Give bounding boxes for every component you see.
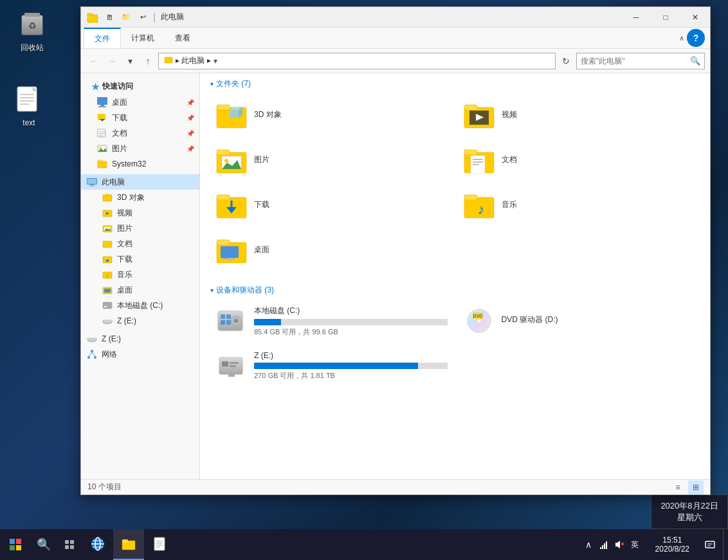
address-path[interactable]: ▸ 此电脑 ▸ ▾ xyxy=(158,53,556,69)
ribbon-controls: ∧ ? xyxy=(679,29,710,47)
svg-rect-91 xyxy=(221,246,239,258)
folder-pictures[interactable]: 图片 xyxy=(210,140,453,179)
folders-section-header[interactable]: ▾ 文件夹 (7) xyxy=(200,73,710,95)
tray-network[interactable] xyxy=(596,537,612,552)
folder-video[interactable]: 视频 xyxy=(458,95,700,134)
folder-3d-objects[interactable]: 3D 对象 xyxy=(210,95,453,134)
drives-section-header[interactable]: ▾ 设备和驱动器 (3) xyxy=(200,280,710,301)
folder-desktop[interactable]: 桌面 xyxy=(210,230,453,269)
tray-chevron[interactable]: ∧ xyxy=(581,537,596,552)
notification-center-button[interactable] xyxy=(697,529,723,560)
svg-rect-114 xyxy=(65,540,69,544)
drive-d[interactable]: DVD DVD 驱动器 (D:) xyxy=(458,301,700,341)
taskbar-search-button[interactable]: 🔍 xyxy=(31,529,57,560)
search-box[interactable]: 🔍 xyxy=(576,53,705,69)
minimize-button[interactable]: ─ xyxy=(621,7,651,28)
maximize-button[interactable]: □ xyxy=(651,7,680,28)
details-view-btn[interactable]: ≡ xyxy=(670,480,686,494)
recent-locations-button[interactable]: ▾ xyxy=(122,53,138,69)
svg-marker-33 xyxy=(104,193,111,195)
sidebar-item-download-quick[interactable]: 下载 📌 xyxy=(81,110,199,125)
drive-c[interactable]: 本地磁盘 (C:) 85.4 GB 可用，共 99.6 GB xyxy=(210,301,453,341)
forward-button[interactable]: → xyxy=(104,53,120,69)
svg-rect-68 xyxy=(469,122,472,125)
drive-c-bar xyxy=(254,319,281,325)
show-desktop-button[interactable] xyxy=(723,529,728,560)
svg-rect-50 xyxy=(103,320,112,322)
large-icons-view-btn[interactable]: ⊞ xyxy=(688,480,704,494)
sidebar-item-docs-quick[interactable]: 文档 📌 xyxy=(81,125,199,141)
svg-rect-110 xyxy=(222,361,228,366)
svg-rect-32 xyxy=(103,195,112,201)
sidebar-item-this-pc[interactable]: 此电脑 xyxy=(81,174,199,190)
tab-file[interactable]: 文件 xyxy=(84,28,121,48)
drive-e[interactable]: Z (E:) 270 GB 可用，共 1.81 TB xyxy=(210,346,453,386)
back-button[interactable]: ← xyxy=(86,53,102,69)
quick-undo-btn[interactable]: ↩ xyxy=(135,10,150,25)
sidebar-item-pics-quick[interactable]: 图片 📌 xyxy=(81,141,199,156)
recycle-bin-icon[interactable]: ♻ 回收站 xyxy=(6,6,58,56)
close-button[interactable]: ✕ xyxy=(680,7,710,28)
task-view-button[interactable] xyxy=(57,529,82,560)
svg-rect-134 xyxy=(606,541,607,549)
folder-documents[interactable]: 文档 xyxy=(458,140,700,179)
up-button[interactable]: ↑ xyxy=(140,53,156,69)
quick-new-folder-btn[interactable]: 📁 xyxy=(118,10,134,25)
sidebar-item-desktop-quick[interactable]: 桌面 📌 xyxy=(81,95,199,110)
svg-point-74 xyxy=(224,159,228,163)
svg-rect-47 xyxy=(103,302,112,309)
svg-rect-69 xyxy=(486,122,489,125)
taskbar-app-ie[interactable] xyxy=(82,529,113,560)
svg-rect-48 xyxy=(104,306,107,307)
svg-rect-67 xyxy=(486,111,489,113)
sidebar-item-local-disk-c[interactable]: 本地磁盘 (C:) xyxy=(81,298,199,313)
sidebar-item-system32[interactable]: System32 xyxy=(81,156,199,172)
sidebar-item-z-e[interactable]: Z (E:) xyxy=(81,313,199,329)
taskbar-app-explorer[interactable] xyxy=(113,529,144,560)
search-input[interactable] xyxy=(581,57,690,66)
svg-rect-66 xyxy=(469,111,472,113)
svg-rect-12 xyxy=(87,14,93,16)
svg-rect-90 xyxy=(217,240,230,245)
svg-rect-52 xyxy=(87,338,96,340)
content-area: ★ 快速访问 桌面 📌 下载 📌 xyxy=(81,73,710,479)
text-file-icon[interactable]: text xyxy=(3,82,55,130)
desktop: ♻ 回收站 text xyxy=(0,0,728,560)
tab-computer[interactable]: 计算机 xyxy=(121,28,165,48)
taskbar-app-notepad[interactable] xyxy=(144,529,175,560)
sidebar-item-network[interactable]: 网络 xyxy=(81,347,199,362)
explorer-window: 🖹 📁 ↩ | 此电脑 ─ □ ✕ 文件 计算机 查看 ∧ ? xyxy=(80,6,711,495)
tray-volume-muted[interactable] xyxy=(612,537,627,552)
ribbon-tabs: 文件 计算机 查看 ∧ ? xyxy=(81,28,710,48)
ribbon: 文件 计算机 查看 ∧ ? xyxy=(81,28,710,49)
tray-lang[interactable]: 英 xyxy=(627,537,642,552)
sidebar-item-desktop-pc[interactable]: 桌面 xyxy=(81,282,199,298)
tab-view[interactable]: 查看 xyxy=(165,28,201,48)
svg-rect-100 xyxy=(226,314,231,319)
folder-music[interactable]: ♪ 音乐 xyxy=(458,185,700,224)
sidebar-item-documents[interactable]: 文档 xyxy=(81,236,199,251)
refresh-button[interactable]: ↻ xyxy=(558,53,574,69)
folder-downloads[interactable]: 下载 xyxy=(210,185,453,224)
sidebar-item-downloads[interactable]: 下载 xyxy=(81,251,199,267)
folders-grid: 3D 对象 xyxy=(200,95,710,280)
status-bar: 10 个项目 ≡ ⊞ xyxy=(81,479,710,494)
sidebar-item-3dobjects[interactable]: 3D 对象 xyxy=(81,190,199,205)
sidebar-item-pictures[interactable]: 图片 xyxy=(81,221,199,236)
ribbon-collapse-btn[interactable]: ∧ xyxy=(679,34,684,42)
sidebar-item-music[interactable]: ♪ 音乐 xyxy=(81,267,199,282)
help-button[interactable]: ? xyxy=(687,29,705,47)
clock-time: 15:51 xyxy=(662,536,682,545)
svg-rect-77 xyxy=(464,150,477,155)
svg-rect-2 xyxy=(24,13,40,17)
taskbar-clock[interactable]: 15:51 2020/8/22 xyxy=(648,529,697,560)
system-tray: ∧ 英 xyxy=(576,529,648,560)
start-button[interactable] xyxy=(0,529,31,560)
svg-text:♪: ♪ xyxy=(106,273,109,278)
status-count: 10 个项目 xyxy=(87,482,122,492)
window-controls: ─ □ ✕ xyxy=(621,7,710,28)
quick-properties-btn[interactable]: 🖹 xyxy=(102,10,117,25)
quick-access-header: ★ 快速访问 xyxy=(81,78,199,95)
sidebar-item-video[interactable]: 视频 xyxy=(81,205,199,221)
sidebar-item-z-e-standalone[interactable]: Z (E:) xyxy=(81,331,199,347)
